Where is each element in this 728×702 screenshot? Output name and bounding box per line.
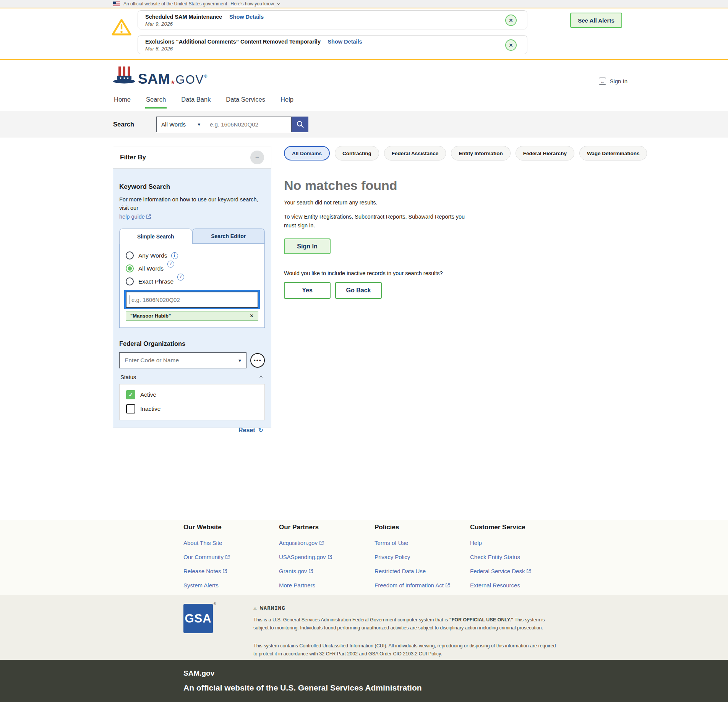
domain-tab-all-domains[interactable]: All Domains (284, 146, 330, 161)
footer-column-heading: Our Partners (279, 524, 375, 531)
yes-button[interactable]: Yes (284, 282, 331, 299)
search-label: Search (113, 121, 134, 128)
reset-filters-link[interactable]: Reset (238, 427, 255, 434)
radio-any-words[interactable] (126, 251, 134, 259)
alert-close-button[interactable]: ✕ (505, 15, 517, 26)
domain-tab-federal-hierarchy[interactable]: Federal Hierarchy (516, 146, 574, 161)
footer-link-terms-of-use[interactable]: Terms of Use (375, 540, 470, 546)
external-link-icon (446, 583, 450, 587)
footer-link-foia[interactable]: Freedom of Information Act (375, 582, 470, 589)
footer-link-more-partners[interactable]: More Partners (279, 582, 375, 589)
nav-item-data-bank[interactable]: Data Bank (180, 94, 211, 107)
status-options: ✓ Active Inactive (119, 384, 265, 420)
collapse-filters-button[interactable]: − (250, 151, 264, 164)
info-icon[interactable]: i (167, 261, 174, 268)
no-matches-heading: No matches found (284, 178, 605, 193)
alerts-section: Scheduled SAM Maintenance Show Details M… (0, 8, 728, 60)
header-sign-in-link[interactable]: ← Sign In (599, 78, 627, 85)
radio-any-words-label: Any Words (138, 252, 167, 259)
federal-orgs-heading: Federal Organizations (119, 340, 265, 347)
help-guide-link[interactable]: help guide (119, 214, 145, 220)
search-submit-button[interactable] (292, 117, 308, 132)
uncle-sam-hat-icon: ★ ★ ★ (112, 65, 136, 85)
radio-all-words[interactable] (126, 264, 134, 272)
keyword-help-text: For more information on how to use our k… (119, 195, 265, 221)
tab-simple-search[interactable]: Simple Search (119, 229, 192, 244)
footer-link-our-community[interactable]: Our Community (183, 554, 279, 560)
status-section-header[interactable]: Status (119, 374, 265, 380)
radio-exact-phrase-label: Exact Phrase (138, 278, 173, 285)
footer-links-section: Our Website About This Site Our Communit… (0, 520, 728, 595)
alert-close-button[interactable]: ✕ (505, 39, 517, 51)
alert-title: Scheduled SAM Maintenance (145, 14, 222, 20)
alert-date: Mar 6, 2026 (145, 46, 500, 52)
filter-by-title: Filter By (120, 154, 146, 161)
external-link-icon (223, 569, 227, 573)
footer-link-restricted-data-use[interactable]: Restricted Data Use (375, 568, 470, 574)
footer-tagline: An official website of the U.S. General … (183, 683, 728, 692)
info-icon[interactable]: i (177, 274, 184, 280)
status-heading: Status (120, 374, 136, 380)
keyword-search-heading: Keyword Search (119, 183, 265, 191)
include-inactive-question: Would you like to include inactive recor… (284, 270, 605, 276)
nav-item-search[interactable]: Search (145, 94, 167, 109)
no-results-message: Your search did not return any results. (284, 199, 605, 206)
chevron-down-icon (277, 2, 280, 5)
sign-in-required-message: To view Entity Registrations, Subcontrac… (284, 212, 475, 230)
footer-link-grants-gov[interactable]: Grants.gov (279, 568, 375, 574)
logo-sam-text: SAM (138, 73, 170, 85)
text-cursor (130, 295, 130, 304)
see-all-alerts-button[interactable]: See All Alerts (570, 13, 622, 28)
domain-tab-federal-assistance[interactable]: Federal Assistance (384, 146, 446, 161)
chip-remove-icon[interactable]: ✕ (250, 313, 254, 319)
main-nav: Home Search Data Bank Data Services Help (0, 94, 728, 111)
show-details-link[interactable]: Show Details (328, 39, 362, 45)
sam-gov-logo[interactable]: ★ ★ ★ SAM ★ GOV ® (112, 65, 207, 85)
federal-orgs-combobox[interactable]: Enter Code or Name ▾ (119, 352, 246, 368)
logo-registered-mark: ® (204, 74, 207, 78)
domain-tab-wage-determinations[interactable]: Wage Determinations (579, 146, 647, 161)
caret-down-icon: ▾ (198, 122, 201, 127)
checkbox-active[interactable]: ✓ (126, 390, 135, 399)
show-details-link[interactable]: Show Details (229, 14, 264, 20)
checkbox-inactive[interactable] (126, 404, 135, 413)
footer-link-privacy-policy[interactable]: Privacy Policy (375, 554, 470, 560)
warning-block: ⚠ WARNING This is a U.S. General Service… (253, 605, 556, 658)
footer-link-help[interactable]: Help (470, 540, 566, 546)
footer-link-acquisition-gov[interactable]: Acquisition.gov (279, 540, 375, 546)
footer-link-external-resources[interactable]: External Resources (470, 582, 566, 589)
checkbox-inactive-label: Inactive (140, 405, 161, 412)
info-icon[interactable]: i (171, 252, 178, 259)
alert-title: Exclusions “Additional Comments” Content… (145, 39, 321, 45)
nav-item-help[interactable]: Help (280, 94, 294, 107)
more-organizations-button[interactable]: ●●● (250, 353, 265, 368)
footer-column-heading: Customer Service (470, 524, 566, 531)
tab-search-editor[interactable]: Search Editor (192, 229, 265, 244)
gov-banner-text: An official website of the United States… (123, 1, 227, 6)
gov-banner: An official website of the United States… (0, 0, 728, 8)
footer-link-check-entity-status[interactable]: Check Entity Status (470, 554, 566, 560)
search-mode-select[interactable]: All Words ▾ (156, 117, 205, 132)
sign-in-icon: ← (599, 78, 606, 85)
nav-item-home[interactable]: Home (113, 94, 131, 107)
search-mode-value: All Words (161, 121, 186, 128)
footer-link-usaspending-gov[interactable]: USASpending.gov (279, 554, 375, 560)
external-link-icon (225, 555, 230, 559)
results-sign-in-button[interactable]: Sign In (284, 238, 331, 254)
footer-link-system-alerts[interactable]: System Alerts (183, 582, 279, 589)
official-use-only-text: "FOR OFFICIAL USE ONLY." (449, 617, 513, 623)
nav-item-data-services[interactable]: Data Services (225, 94, 266, 107)
how-you-know-link[interactable]: Here's how you know (230, 1, 274, 6)
footer-link-federal-service-desk[interactable]: Federal Service Desk (470, 568, 566, 574)
domain-tab-contracting[interactable]: Contracting (335, 146, 379, 161)
keyword-search-input[interactable] (126, 292, 258, 308)
go-back-button[interactable]: Go Back (335, 282, 382, 299)
footer-link-release-notes[interactable]: Release Notes (183, 568, 279, 574)
radio-exact-phrase[interactable] (126, 277, 134, 285)
keyword-chip-label: "Mansoor Habib" (130, 313, 171, 319)
footer-link-about-this-site[interactable]: About This Site (183, 540, 279, 546)
domain-tab-entity-information[interactable]: Entity Information (451, 146, 511, 161)
reset-icon: ↻ (258, 426, 263, 434)
top-search-input[interactable] (205, 117, 292, 132)
keyword-tabs: Simple Search Search Editor (119, 229, 265, 244)
